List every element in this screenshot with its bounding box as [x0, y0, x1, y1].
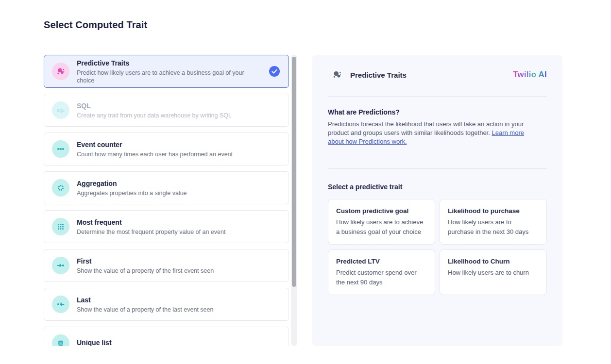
trait-title: First [77, 257, 214, 265]
cluster-icon [52, 63, 69, 80]
select-computed-trait-screen: Select Computed Trait Predictive Traits … [0, 0, 611, 364]
trait-title: Most frequent [77, 218, 225, 227]
predictive-trait-card-title: Custom predictive goal [336, 207, 427, 215]
dot-arrow-left-icon [52, 296, 69, 313]
svg-text:SQL: SQL [57, 108, 65, 113]
predictive-trait-card[interactable]: Custom predictive goal How likely users … [328, 199, 435, 245]
dot-grid-icon [52, 218, 69, 235]
predictive-trait-card-title: Likelihood to Churn [448, 257, 539, 265]
about-heading: What are Predictions? [328, 108, 547, 116]
trait-list-item[interactable]: Event counter Count how many times each … [44, 132, 289, 165]
page-title: Select Computed Trait [44, 19, 147, 31]
trait-description: Show the value of a property of the firs… [77, 267, 214, 275]
trait-list-item[interactable]: First Show the value of a property of th… [44, 249, 289, 282]
trait-list-item[interactable]: Aggregation Aggregates properties into a… [44, 171, 289, 204]
detail-header: Predictive Traits Twilio AI [328, 69, 547, 80]
predictive-trait-card[interactable]: Likelihood to Churn How likely users are… [440, 249, 547, 295]
trait-list-item[interactable]: Most frequent Determine the most frequen… [44, 210, 289, 243]
gear-ring-icon [52, 179, 69, 197]
predictive-trait-card[interactable]: Likelihood to purchase How likely users … [440, 199, 547, 245]
trait-title: Event counter [77, 140, 233, 149]
predictive-trait-card-description: How likely users are to churn [448, 268, 539, 278]
trait-description: Create any trait from your data warehous… [77, 112, 232, 119]
trait-description: Aggregates properties into a single valu… [77, 189, 187, 197]
sql-icon: SQL [52, 101, 69, 119]
scrollbar-thumb[interactable] [292, 57, 296, 287]
predictive-trait-card-description: Predict customer spend over the next 90 … [336, 268, 427, 287]
predictive-trait-card-description: How likely users are to achieve a busine… [336, 217, 427, 237]
cluster-icon [332, 69, 342, 80]
trait-list-item[interactable]: Last Show the value of a property of the… [44, 288, 289, 321]
predictive-trait-card-title: Predicted LTV [336, 257, 427, 265]
database-icon [52, 334, 69, 346]
trait-description: Determine the most frequent property val… [77, 228, 225, 236]
twilio-ai-logo: Twilio AI [513, 70, 547, 80]
detail-title: Predictive Traits [350, 71, 407, 79]
about-body: Predictions forecast the likelihood that… [328, 120, 542, 146]
trait-title: Predictive Traits [77, 59, 259, 67]
trait-list-scrollbar[interactable] [291, 55, 297, 346]
trait-description: Count how many times each user has perfo… [77, 150, 233, 158]
select-trait-heading: Select a predictive trait [328, 183, 547, 191]
trait-description: Show the value of a property of the last… [77, 306, 213, 314]
predictive-trait-card[interactable]: Predicted LTV Predict customer spend ove… [328, 249, 435, 295]
trait-list: Predictive Traits Predict how likely use… [44, 55, 289, 346]
trait-title: Aggregation [77, 179, 187, 188]
dots-line-icon [52, 140, 69, 158]
arrow-right-dot-icon [52, 257, 69, 274]
selected-check-icon [269, 66, 280, 77]
divider [328, 168, 547, 169]
trait-title: Unique list [77, 338, 112, 347]
predictive-trait-grid: Custom predictive goal How likely users … [328, 199, 547, 295]
trait-list-item[interactable]: SQL SQL Create any trait from your data … [44, 94, 289, 127]
predictive-trait-card-description: How likely users are to purchase in the … [448, 217, 539, 237]
trait-list-item[interactable]: Predictive Traits Predict how likely use… [44, 55, 289, 88]
trait-list-item[interactable]: Unique list [44, 327, 289, 346]
trait-title: SQL [77, 101, 232, 110]
predictive-trait-card-title: Likelihood to purchase [448, 207, 539, 215]
detail-panel: Predictive Traits Twilio AI What are Pre… [312, 55, 562, 346]
trait-title: Last [77, 296, 213, 304]
divider [328, 96, 547, 97]
trait-description: Predict how likely users are to achieve … [77, 69, 259, 84]
